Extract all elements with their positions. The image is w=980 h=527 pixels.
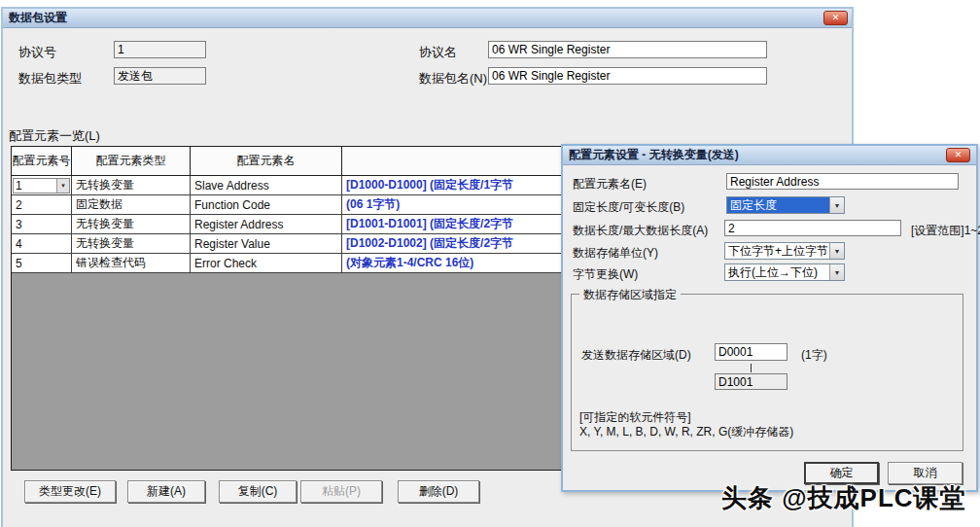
element-settings-title: 配置元素设置 - 无转换变量(发送) [569, 147, 739, 163]
close-button[interactable]: ✕ [823, 11, 848, 25]
storage-unit-dropdown[interactable]: 下位字节+上位字节 ▼ [724, 242, 845, 260]
row-type: 错误检查代码 [72, 254, 191, 272]
element-list-label: 配置元素一览(L) [9, 127, 100, 145]
protocol-no-field[interactable]: 1 [114, 41, 206, 58]
element-settings-dialog: 配置元素设置 - 无转换变量(发送) ✕ 配置元素名(E) Register A… [561, 144, 978, 492]
close-button[interactable]: ✕ [946, 148, 970, 162]
packet-name-label: 数据包名(N) [419, 70, 487, 88]
change-type-button[interactable]: 类型更改(E) [24, 480, 116, 503]
row-type: 无转换变量 [72, 215, 191, 233]
row-no-combobox[interactable]: 1 ▼ [13, 178, 70, 193]
row-no: 5 [12, 254, 72, 272]
length-type-label: 固定长度/可变长度(B) [573, 199, 684, 216]
copy-button[interactable]: 复制(C) [219, 480, 297, 503]
element-name-label: 配置元素名(E) [573, 176, 647, 193]
row-type: 无转换变量 [72, 234, 191, 253]
send-area-label: 发送数据存储区域(D) [581, 347, 691, 364]
device-symbols-note-line2: X, Y, M, L, B, D, W, R, ZR, G(缓冲存储器) [579, 424, 793, 440]
element-name-field[interactable]: Register Address [726, 173, 959, 190]
row-name: Register Value [191, 234, 342, 253]
byte-swap-label: 字节更换(W) [573, 266, 638, 283]
row-no: 1 [14, 179, 56, 193]
chevron-down-icon[interactable]: ▼ [829, 197, 844, 213]
row-no: 3 [12, 215, 72, 233]
storage-area-groupbox: 数据存储区域指定 发送数据存储区域(D) D0001 (1字) D1001 [可… [571, 294, 963, 451]
storage-unit-value: 下位字节+上位字节 [725, 243, 829, 259]
packet-settings-titlebar[interactable]: 数据包设置 [3, 9, 852, 28]
protocol-no-label: 协议号 [18, 44, 56, 61]
byte-swap-value: 执行(上位→下位) [725, 264, 829, 280]
length-type-value: 固定长度 [727, 197, 829, 213]
paste-button: 粘贴(P) [300, 480, 382, 503]
range-tick [751, 364, 752, 372]
chevron-down-icon[interactable]: ▼ [829, 243, 844, 259]
row-type: 无转换变量 [72, 176, 191, 194]
col-header-element-no[interactable]: 配置元素号 [12, 147, 72, 175]
packet-type-field[interactable]: 发送包 [114, 67, 206, 85]
row-name: Function Code [191, 195, 342, 214]
delete-button[interactable]: 删除(D) [398, 480, 479, 503]
watermark-text: 头条 @技成PLC课堂 [721, 481, 966, 515]
close-icon: ✕ [832, 13, 840, 22]
storage-area-group-title: 数据存储区域指定 [579, 287, 681, 303]
packet-settings-title: 数据包设置 [9, 10, 67, 26]
row-type: 固定数据 [72, 195, 191, 214]
row-name: Slave Address [191, 176, 342, 194]
col-header-element-name[interactable]: 配置元素名 [191, 147, 342, 175]
row-name: Error Check [191, 254, 342, 272]
row-name: Register Address [191, 215, 342, 233]
element-settings-titlebar[interactable]: 配置元素设置 - 无转换变量(发送) [563, 146, 976, 165]
packet-name-field[interactable]: 06 WR Single Register [488, 67, 767, 85]
new-button[interactable]: 新建(A) [127, 480, 205, 503]
length-type-dropdown[interactable]: 固定长度 ▼ [726, 196, 845, 214]
data-length-range-note: [设置范围]1~2048 [911, 223, 980, 239]
packet-type-label: 数据包类型 [18, 70, 82, 88]
data-length-label: 数据长度/最大数据长度(A) [573, 223, 708, 239]
send-area-field[interactable]: D0001 [715, 343, 788, 361]
data-length-field[interactable]: 2 [724, 220, 901, 236]
chevron-down-icon[interactable]: ▼ [56, 179, 69, 193]
byte-swap-dropdown[interactable]: 执行(上位→下位) ▼ [724, 264, 845, 281]
col-header-element-type[interactable]: 配置元素类型 [72, 147, 191, 175]
word-count-note: (1字) [801, 347, 827, 364]
end-area-field: D1001 [715, 373, 788, 390]
protocol-name-label: 协议名 [419, 44, 457, 61]
row-no: 4 [12, 234, 72, 253]
close-icon: ✕ [955, 150, 962, 159]
protocol-name-field[interactable]: 06 WR Single Register [488, 41, 767, 58]
row-no: 2 [12, 195, 72, 214]
chevron-down-icon[interactable]: ▼ [829, 264, 844, 280]
storage-unit-label: 数据存储单位(Y) [573, 245, 658, 262]
